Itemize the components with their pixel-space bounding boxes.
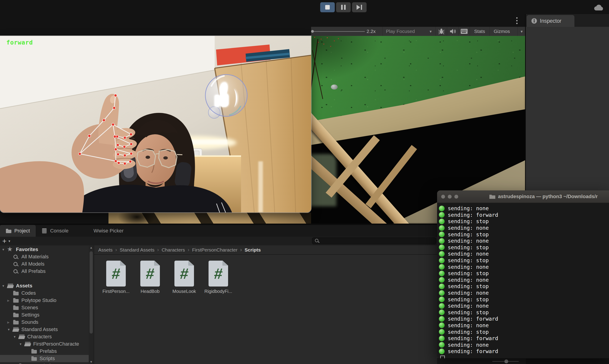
tree-item-icon	[31, 356, 38, 361]
breadcrumb-item[interactable]: FirstPersonCharacter	[185, 247, 237, 253]
green-circle-icon	[439, 206, 445, 211]
tab-console[interactable]: Console	[36, 225, 74, 237]
disclosure-arrow-icon[interactable]	[19, 342, 25, 346]
zoom-button[interactable]	[454, 195, 458, 199]
green-circle-icon	[439, 219, 445, 224]
tree-item-icon	[13, 254, 20, 260]
green-circle-icon	[439, 258, 445, 263]
green-circle-icon	[439, 238, 445, 244]
tree-item[interactable]: Codes	[0, 289, 89, 297]
green-circle-icon	[439, 336, 445, 341]
gesture-status-label: forward	[6, 39, 33, 46]
tab-icon	[42, 228, 48, 233]
game-zoom-slider[interactable]	[311, 27, 366, 36]
breadcrumb-item[interactable]: Characters	[154, 247, 185, 253]
tree-item[interactable]: All Models	[0, 260, 89, 268]
tab-project[interactable]: Project	[0, 225, 36, 237]
slider-thumb[interactable]	[311, 30, 314, 33]
green-circle-icon	[439, 329, 445, 335]
terminal-line: sending: forward	[439, 335, 609, 342]
green-circle-icon	[439, 316, 445, 322]
search-input[interactable]	[320, 238, 436, 244]
tree-item[interactable]: CrossPlatformInput	[0, 362, 89, 364]
step-button[interactable]	[352, 2, 366, 12]
tree-item[interactable]: Scenes	[0, 304, 89, 311]
script-asset[interactable]: # FirstPerson...	[101, 261, 131, 294]
terminal-line: sending: forward	[439, 348, 609, 355]
bug-icon	[438, 28, 445, 35]
tree-item-icon	[7, 283, 14, 288]
csharp-script-icon: #	[140, 261, 160, 286]
stats-toggle[interactable]: Stats	[470, 29, 489, 34]
cloud-icon[interactable]	[593, 4, 604, 12]
tree-scrollbar[interactable]: ▲ ▼	[89, 245, 94, 364]
scroll-down-icon: ▼	[89, 360, 94, 364]
tree-item-icon	[13, 312, 20, 318]
terminal-line: sending: none	[439, 251, 609, 257]
green-circle-icon	[439, 349, 445, 354]
tree-item[interactable]: Scripts	[0, 355, 89, 362]
terminal-line: sending: none	[439, 341, 609, 348]
mute-audio-button[interactable]	[447, 27, 458, 36]
tree-item-icon	[7, 247, 14, 252]
tree-item[interactable]: Standard Assets	[0, 326, 89, 333]
keyboard-icon	[460, 29, 468, 34]
disclosure-arrow-icon[interactable]	[7, 328, 13, 331]
tree-item[interactable]: All Prefabs	[0, 268, 89, 275]
terminal-titlebar[interactable]: astrudespinoza — python3 ~/Downloads/r	[437, 190, 609, 203]
green-circle-icon	[439, 245, 445, 250]
gizmos-dropdown[interactable]: Gizmos ▼	[490, 27, 526, 36]
close-button[interactable]	[441, 195, 445, 199]
search-icon	[314, 238, 320, 243]
green-circle-icon	[439, 342, 445, 348]
breadcrumb-item[interactable]: Assets	[98, 247, 113, 253]
terminal-line: sending: stop	[439, 328, 609, 335]
csharp-script-icon: #	[209, 261, 228, 286]
add-asset-button[interactable]: +▼	[2, 237, 11, 245]
tree-item[interactable]: Settings	[0, 311, 89, 319]
minimize-button[interactable]	[448, 195, 452, 199]
disclosure-arrow-icon[interactable]	[13, 335, 19, 338]
tree-item[interactable]: Assets	[0, 282, 89, 289]
railing-bottom-strip	[108, 212, 311, 224]
project-folder-tree: Favorites All Materials All Models All P…	[0, 245, 89, 364]
slider-thumb[interactable]	[504, 359, 508, 363]
terminal-line: sending: none	[439, 290, 609, 296]
kebab-menu-icon[interactable]	[516, 17, 518, 26]
terminal-title: astrudespinoza — python3 ~/Downloads/r	[498, 194, 598, 199]
tab-wwise-picker[interactable]: Wwise Picker	[88, 225, 129, 237]
stop-button[interactable]	[320, 2, 335, 12]
script-asset[interactable]: # MouseLook	[169, 261, 199, 294]
tree-item[interactable]: Characters	[0, 333, 89, 340]
terminal-line: sending: stop	[439, 270, 609, 277]
disclosure-arrow-icon[interactable]	[7, 321, 13, 324]
info-icon	[531, 18, 537, 24]
game-zoom-label: 2.2x	[366, 29, 382, 34]
virtual-keyboard-button[interactable]	[459, 27, 470, 36]
display-mode-dropdown[interactable]: Play Focused ▼	[383, 27, 435, 36]
tree-item-icon	[13, 305, 20, 310]
tree-item-icon	[13, 290, 20, 296]
green-circle-icon	[439, 251, 445, 257]
tree-item[interactable]: Polytope Studio	[0, 297, 89, 304]
script-asset[interactable]: # HeadBob	[135, 261, 165, 294]
pause-button[interactable]	[336, 2, 351, 12]
play-control-icon	[325, 5, 330, 10]
tree-item[interactable]: Favorites	[0, 246, 89, 253]
disclosure-arrow-icon[interactable]	[7, 299, 13, 302]
script-asset[interactable]: # RigidbodyFi...	[203, 261, 233, 294]
tree-item[interactable]: All Materials	[0, 253, 89, 260]
scrollbar-thumb[interactable]	[90, 251, 93, 334]
speaker-icon	[449, 28, 456, 35]
tab-inspector[interactable]: Inspector	[527, 15, 574, 27]
breadcrumb-item[interactable]: Standard Assets	[113, 247, 154, 253]
disclosure-arrow-icon[interactable]	[2, 248, 7, 251]
tree-item[interactable]: FirstPersonCharacte	[0, 340, 89, 348]
disclosure-arrow-icon[interactable]	[2, 284, 7, 288]
tree-item-icon	[13, 327, 20, 332]
tree-item[interactable]: Sounds	[0, 319, 89, 326]
tree-item[interactable]: Prefabs	[0, 348, 89, 355]
debug-bug-button[interactable]	[436, 27, 447, 36]
tree-item-icon	[13, 298, 20, 303]
breadcrumb-item[interactable]: Scripts	[237, 247, 261, 253]
